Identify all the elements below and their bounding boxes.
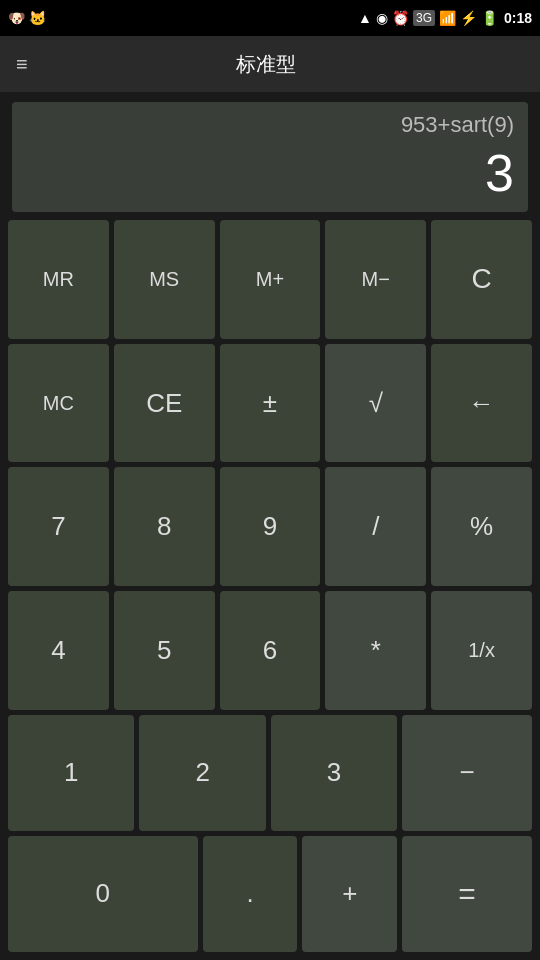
button-grid: MR MS M+ M− C MC CE ± √ ← 7 8 9 / % 4 5 … [0, 216, 540, 960]
btn-ms[interactable]: MS [114, 220, 215, 339]
calculator-display: 953+sart(9) 3 [12, 102, 528, 212]
btn-reciprocal[interactable]: 1/x [431, 591, 532, 710]
col-numbers: 1 2 3 0 . + [8, 715, 397, 952]
alarm-icon: ⏰ [392, 10, 409, 26]
result-display: 3 [26, 145, 514, 202]
wifi-icon: ▲ [358, 10, 372, 26]
btn-0[interactable]: 0 [8, 836, 198, 952]
maps-icon: ◉ [376, 10, 388, 26]
btn-equals[interactable]: = [402, 836, 532, 952]
rows-bottom: 1 2 3 0 . + − = [8, 715, 532, 952]
row-456: 4 5 6 * 1/x [8, 591, 532, 710]
btn-divide[interactable]: / [325, 467, 426, 586]
signal-icon: 📶 [439, 10, 456, 26]
status-right-icons: ▲ ◉ ⏰ 3G 📶 ⚡ 🔋 0:18 [358, 10, 532, 26]
btn-6[interactable]: 6 [220, 591, 321, 710]
btn-9[interactable]: 9 [220, 467, 321, 586]
btn-mc[interactable]: MC [8, 344, 109, 463]
col-minus-equals: − = [402, 715, 532, 952]
btn-5[interactable]: 5 [114, 591, 215, 710]
expression-display: 953+sart(9) [26, 112, 514, 140]
icon-2: 🐱 [29, 10, 46, 26]
btn-c[interactable]: C [431, 220, 532, 339]
btn-sqrt[interactable]: √ [325, 344, 426, 463]
btn-7[interactable]: 7 [8, 467, 109, 586]
row-memory: MR MS M+ M− C [8, 220, 532, 339]
row-789: 7 8 9 / % [8, 467, 532, 586]
btn-3[interactable]: 3 [271, 715, 397, 831]
btn-8[interactable]: 8 [114, 467, 215, 586]
filter-icon: ⚡ [460, 10, 477, 26]
row-0dot: 0 . + [8, 836, 397, 952]
btn-minus[interactable]: − [402, 715, 532, 831]
btn-backspace[interactable]: ← [431, 344, 532, 463]
btn-plusminus[interactable]: ± [220, 344, 321, 463]
status-left-icons: 🐶 🐱 [8, 10, 46, 26]
btn-ce[interactable]: CE [114, 344, 215, 463]
btn-4[interactable]: 4 [8, 591, 109, 710]
time-display: 0:18 [504, 10, 532, 26]
btn-2[interactable]: 2 [139, 715, 265, 831]
btn-dot[interactable]: . [203, 836, 298, 952]
btn-mplus[interactable]: M+ [220, 220, 321, 339]
icon-1: 🐶 [8, 10, 25, 26]
btn-mminus[interactable]: M− [325, 220, 426, 339]
btn-multiply[interactable]: * [325, 591, 426, 710]
battery-icon: 🔋 [481, 10, 498, 26]
row-123: 1 2 3 [8, 715, 397, 831]
btn-mr[interactable]: MR [8, 220, 109, 339]
app-title: 标准型 [44, 51, 488, 78]
status-bar: 🐶 🐱 ▲ ◉ ⏰ 3G 📶 ⚡ 🔋 0:18 [0, 0, 540, 36]
btn-percent[interactable]: % [431, 467, 532, 586]
btn-1[interactable]: 1 [8, 715, 134, 831]
btn-plus[interactable]: + [302, 836, 397, 952]
network-icon: 3G [413, 10, 435, 26]
title-bar: ≡ 标准型 [0, 36, 540, 92]
menu-icon[interactable]: ≡ [16, 53, 28, 76]
row-special: MC CE ± √ ← [8, 344, 532, 463]
